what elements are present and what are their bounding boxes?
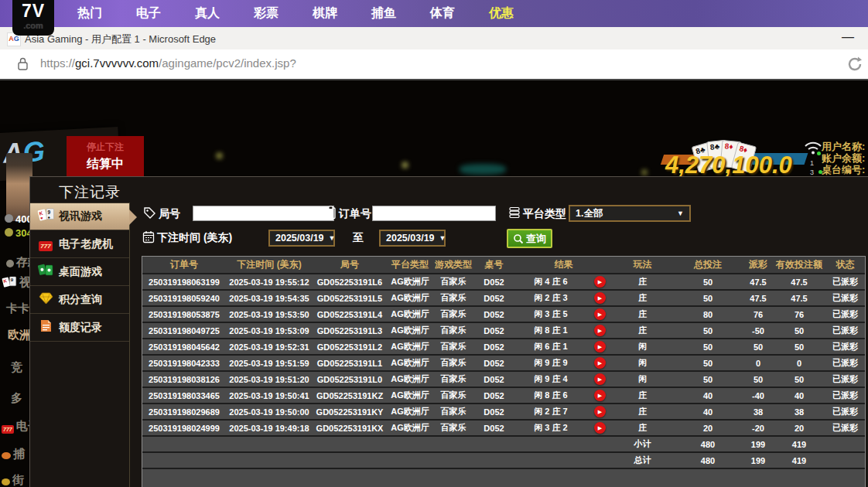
arcade-icon xyxy=(2,475,10,487)
bg-menu-item-街[interactable]: 街 xyxy=(2,473,24,487)
col-header: 状态 xyxy=(825,257,865,274)
nav-item-真人[interactable]: 真人 xyxy=(191,5,224,22)
site-logo[interactable]: 7V .com xyxy=(12,0,54,36)
table-row: 2503191980334652025-03-19 19:50:41GD0522… xyxy=(142,387,865,404)
cell: 已派彩 xyxy=(825,420,865,436)
cell: 50 xyxy=(773,371,825,387)
cell: 250319198063199 xyxy=(142,274,226,290)
col-header: 结果 xyxy=(514,257,613,274)
cell: AG欧洲厅 xyxy=(387,355,433,371)
sidebar-item-points-query[interactable]: 积分查询 xyxy=(30,286,129,314)
replay-button[interactable]: ▶ xyxy=(594,357,606,369)
date-to-select[interactable]: 2025/03/19 ▼ xyxy=(379,230,446,247)
date-from-select[interactable]: 2025/03/19 ▼ xyxy=(268,230,335,247)
table-header-row: 订单号下注时间 (美东)局号平台类型游戏类型桌号结果玩法总投注派彩有效投注额状态 xyxy=(142,257,865,274)
cell: 199 xyxy=(743,452,773,468)
window-titlebar: AG Asia Gaming - 用户配置 1 - Microsoft Edge… xyxy=(0,27,868,50)
bg-menu-item-捕[interactable]: 捕 xyxy=(2,447,25,461)
cell: 250319198042333 xyxy=(142,355,226,371)
nav-item-捕鱼[interactable]: 捕鱼 xyxy=(367,5,400,22)
cell xyxy=(142,436,613,452)
sidebar-item-label: 电子老虎机 xyxy=(59,237,113,251)
cell: 庄 xyxy=(613,322,672,339)
cell: GD052253191L2 xyxy=(313,339,387,355)
betting-status-banner: 停止下注 结算中 xyxy=(67,136,144,176)
nav-item-优惠[interactable]: 优惠 xyxy=(485,5,518,22)
cell: 百家乐 xyxy=(433,274,473,290)
cell: 已派彩 xyxy=(825,355,865,371)
nav-item-电子[interactable]: 电子 xyxy=(132,5,165,22)
nav-item-体育[interactable]: 体育 xyxy=(426,5,459,22)
col-header: 桌号 xyxy=(473,257,514,274)
cell: 庄 xyxy=(613,274,672,290)
cell: ▶ xyxy=(587,371,613,387)
sidebar-item-quota-records[interactable]: 额度记录 xyxy=(30,314,129,342)
chevron-down-icon: ▼ xyxy=(329,234,336,242)
cell: 闲 2 庄 7 xyxy=(514,404,587,420)
wifi-icon xyxy=(803,140,823,158)
replay-button[interactable]: ▶ xyxy=(594,308,606,320)
settling-text: 结算中 xyxy=(67,156,144,172)
cell: GD052253191KX xyxy=(313,420,387,436)
search-button[interactable]: 查询 xyxy=(507,229,552,248)
col-header: 平台类型 xyxy=(387,257,433,274)
cell: 小计 xyxy=(613,436,672,452)
round-input[interactable] xyxy=(193,206,334,221)
cell: 50 xyxy=(672,290,743,306)
cell: 38 xyxy=(773,404,825,420)
order-input[interactable] xyxy=(372,206,496,221)
nav-item-棋牌[interactable]: 棋牌 xyxy=(309,5,341,22)
bg-menu-item-欧洲[interactable]: 欧洲 xyxy=(8,328,31,342)
cell: 百家乐 xyxy=(433,355,473,371)
cell: 2025-03-19 19:50:41 xyxy=(226,387,313,404)
replay-button[interactable]: ▶ xyxy=(594,325,606,336)
cell: ▶ xyxy=(587,322,613,339)
diamond-icon xyxy=(37,292,54,308)
sidebar-item-slots[interactable]: 777电子老虎机 xyxy=(30,230,129,258)
cell: AG欧洲厅 xyxy=(387,274,433,290)
cell: D052 xyxy=(473,371,514,387)
date-from-value: 2025/03/19 xyxy=(275,233,324,244)
address-bar[interactable]: https://gci.7vvvvvv.com/agingame/pcv2/in… xyxy=(0,49,868,80)
nav-item-彩票[interactable]: 彩票 xyxy=(250,5,282,22)
cell: 总计 xyxy=(613,452,672,468)
replay-button[interactable]: ▶ xyxy=(594,292,606,304)
cell: 250319198049725 xyxy=(142,322,226,339)
cell: 庄 xyxy=(613,404,672,420)
replay-button[interactable]: ▶ xyxy=(594,341,606,352)
document-icon xyxy=(37,319,54,335)
replay-button[interactable]: ▶ xyxy=(594,390,606,401)
replay-button[interactable]: ▶ xyxy=(594,276,606,288)
lock-icon xyxy=(17,56,29,74)
bg-menu-item-竞[interactable]: 竞 xyxy=(11,360,22,375)
platform-select[interactable]: 1.全部 ▼ xyxy=(569,205,691,222)
replay-button[interactable]: ▶ xyxy=(594,373,606,385)
svg-text:9: 9 xyxy=(48,209,51,215)
nav-item-热门[interactable]: 热门 xyxy=(73,5,106,22)
cell xyxy=(825,452,865,468)
cell: 47.5 xyxy=(743,274,773,290)
bg-menu-item-视[interactable]: K9视 xyxy=(2,275,31,291)
cell: 0 xyxy=(773,355,825,371)
platform-select-value: 1.全部 xyxy=(576,207,603,220)
cell: 百家乐 xyxy=(433,420,473,436)
to-label: 至 xyxy=(353,231,364,245)
bg-menu-item-多[interactable]: 多 xyxy=(11,391,22,406)
cell xyxy=(825,436,865,452)
bet-records-table: 订单号下注时间 (美东)局号平台类型游戏类型桌号结果玩法总投注派彩有效投注额状态… xyxy=(142,257,865,487)
calendar-icon xyxy=(142,230,155,247)
refresh-icon[interactable] xyxy=(846,56,863,76)
replay-button[interactable]: ▶ xyxy=(594,406,606,417)
window-title: Asia Gaming - 用户配置 1 - Microsoft Edge xyxy=(25,32,216,46)
replay-button[interactable]: ▶ xyxy=(594,422,606,434)
bet-time-label: 下注时间 (美东) xyxy=(157,231,232,245)
url-text[interactable]: https://gci.7vvvvvv.com/agingame/pcv2/in… xyxy=(40,56,296,70)
page-background: AG ASIA GAMING 停止下注 结算中 4003 304. 存款K9视卡… xyxy=(0,80,868,487)
platform-icon xyxy=(508,206,521,222)
bg-light-dot xyxy=(402,162,408,168)
sidebar-item-table-games[interactable]: 桌面游戏 xyxy=(30,258,129,286)
cell: GD052253191KY xyxy=(313,404,387,420)
bg-menu-item-卡卡[interactable]: 卡卡 xyxy=(6,301,29,316)
minimize-button[interactable]: — xyxy=(842,30,854,44)
sidebar-item-video-games[interactable]: K♥9♠视讯游戏 xyxy=(30,203,129,230)
